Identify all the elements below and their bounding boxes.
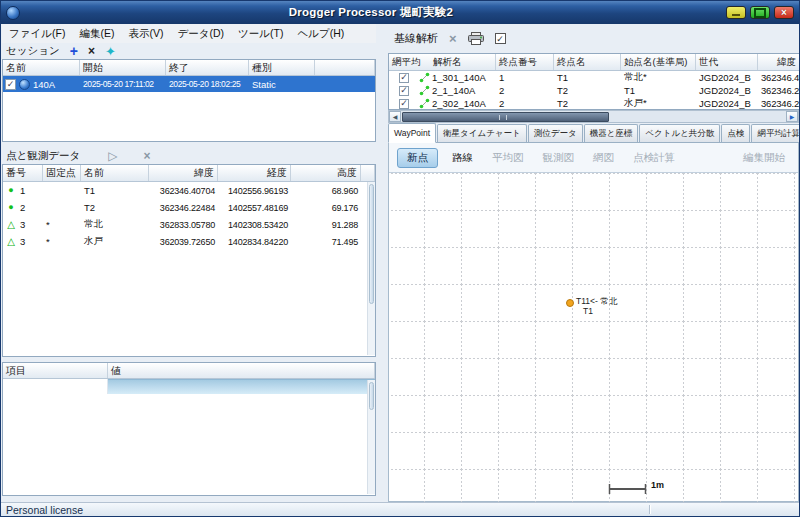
baseline-table: 網平均 解析名 終点番号 終点名 始点名(基準局) 世代 緯度 ✓ 1_301_… — [388, 53, 799, 110]
panel-splitter[interactable] — [376, 24, 388, 501]
tab-waypoint[interactable]: WayPoint — [388, 123, 436, 143]
point-marker-circle: ● — [5, 203, 17, 212]
scroll-right-icon[interactable]: ▶ — [786, 111, 798, 122]
tab-positioning-data[interactable]: 測位データ — [528, 124, 583, 142]
route-button[interactable]: 路線 — [447, 149, 478, 167]
tab-net-average-calc[interactable]: 網平均計算 — [751, 124, 800, 142]
col-session-start[interactable]: 開始 — [80, 60, 166, 75]
close-button[interactable]: × — [774, 6, 794, 19]
maximize-button[interactable] — [750, 6, 770, 19]
col-analysis-name[interactable]: 解析名 — [419, 54, 496, 70]
add-session-icon[interactable]: + — [70, 44, 78, 58]
start-name: 常北* — [621, 71, 696, 84]
properties-scrollbar[interactable] — [367, 380, 375, 494]
menu-file[interactable]: ファイル(F) — [2, 27, 72, 41]
waypoint-name: T1 — [583, 307, 593, 316]
menu-edit[interactable]: 編集(E) — [72, 27, 121, 41]
point-row[interactable]: ●1 T1 362346.40704 1402556.96193 68.960 — [3, 182, 375, 199]
baseline-row[interactable]: ✓ 1_301_140A 1 T1 常北* JGD2024_B 362346.4… — [389, 71, 799, 84]
col-point-name[interactable]: 名前 — [81, 165, 149, 181]
col-start-name[interactable]: 始点名(基準局) — [621, 54, 696, 70]
point-lat: 362346.22484 — [149, 203, 218, 213]
session-table: 名前 開始 終了 種別 ✓ 140A 2025-05-20 17:11:02 2… — [2, 59, 376, 142]
tab-vector-covariance[interactable]: ベクトルと共分散 — [639, 124, 720, 142]
baseline-checkbox[interactable]: ✓ — [399, 86, 409, 96]
col-point-no[interactable]: 番号 — [3, 165, 43, 181]
delete-session-icon[interactable]: × — [88, 45, 95, 57]
start-name: T1 — [621, 85, 696, 96]
baseline-row[interactable]: ✓ 2_1_140A 2 T2 T1 JGD2024_B 362346.224 — [389, 84, 799, 97]
col-point-lat[interactable]: 緯度 — [149, 165, 218, 181]
col-session-end[interactable]: 終了 — [166, 60, 249, 75]
scrollbar-thumb[interactable] — [402, 112, 609, 122]
col-end-no[interactable]: 終点番号 — [496, 54, 554, 70]
end-name: T2 — [554, 85, 621, 96]
scrollbar-thumb[interactable] — [369, 184, 374, 304]
edit-start-button: 編集開始 — [738, 149, 790, 167]
point-row[interactable]: △3 * 水戸 362039.72650 1402834.84220 71.49… — [3, 233, 375, 250]
title-bar: Drogger Processor 堀町実験2 × — [1, 1, 799, 24]
point-lon: 1402556.96193 — [218, 186, 291, 196]
delete-baseline-icon[interactable]: × — [449, 31, 457, 46]
import-session-icon[interactable]: ✦ — [105, 45, 116, 58]
delete-point-icon[interactable]: × — [143, 150, 150, 162]
tab-inspection[interactable]: 点検 — [721, 124, 750, 142]
point-lat: 362346.40704 — [149, 186, 218, 196]
point-marker-circle: ● — [5, 186, 17, 195]
end-no: 1 — [496, 72, 554, 83]
baseline-row[interactable]: ✓ 2_302_140A 2 T2 水戸* JGD2024_B 362346.2… — [389, 97, 799, 110]
waypoint-marker[interactable] — [567, 300, 574, 307]
point-marker-triangle: △ — [5, 220, 17, 230]
analysis-name: 2_1_140A — [432, 85, 475, 96]
session-toolbar: セッション + × ✦ — [2, 43, 386, 59]
point-alt: 69.176 — [291, 203, 361, 213]
session-label: セッション — [6, 44, 60, 58]
menu-data[interactable]: データ(D) — [170, 27, 231, 41]
session-checkbox[interactable]: ✓ — [5, 79, 16, 90]
points-table: 番号 固定点 名前 緯度 経度 高度 ●1 T1 362346.40704 14… — [2, 164, 376, 357]
session-row[interactable]: ✓ 140A 2025-05-20 17:11:02 2025-05-20 18… — [3, 76, 375, 92]
scrollbar-thumb[interactable] — [369, 382, 374, 410]
new-point-button[interactable]: 新点 — [397, 148, 438, 168]
point-no: 1 — [20, 185, 25, 196]
point-no: 2 — [20, 202, 25, 213]
menu-view[interactable]: 表示(V) — [121, 27, 170, 41]
scroll-left-icon[interactable]: ◀ — [389, 111, 401, 122]
col-point-lon[interactable]: 経度 — [218, 165, 291, 181]
point-lon: 1402308.53420 — [218, 220, 291, 230]
col-point-fixed[interactable]: 固定点 — [43, 165, 81, 181]
point-row[interactable]: △3 * 常北 362833.05780 1402308.53420 91.28… — [3, 216, 375, 233]
property-row[interactable] — [3, 379, 375, 394]
col-prop-item[interactable]: 項目 — [3, 363, 108, 378]
col-latitude[interactable]: 緯度 — [758, 54, 799, 70]
col-generation[interactable]: 世代 — [696, 54, 758, 70]
property-value-cell[interactable] — [108, 379, 375, 394]
points-label: 点と観測データ — [6, 149, 80, 163]
print-icon[interactable] — [468, 32, 484, 45]
point-lon: 1402557.48169 — [218, 203, 291, 213]
tab-device-coordinates[interactable]: 機器と座標 — [584, 124, 639, 142]
end-name: T1 — [554, 72, 621, 83]
col-point-alt[interactable]: 高度 — [291, 165, 361, 181]
properties-table-header: 項目 値 — [3, 363, 375, 379]
select-all-checkbox-icon[interactable]: ✓ — [495, 33, 506, 44]
menu-tools[interactable]: ツール(T) — [231, 27, 290, 41]
baseline-checkbox[interactable]: ✓ — [399, 99, 409, 109]
baseline-hscrollbar[interactable]: ◀ ▶ — [388, 110, 799, 123]
col-session-type[interactable]: 種別 — [249, 60, 315, 75]
baseline-checkbox[interactable]: ✓ — [399, 73, 409, 83]
col-prop-value[interactable]: 値 — [108, 363, 375, 378]
col-net-average[interactable]: 網平均 — [389, 54, 419, 70]
point-row[interactable]: ●2 T2 362346.22484 1402557.48169 69.176 — [3, 199, 375, 216]
col-session-name[interactable]: 名前 — [3, 60, 80, 75]
menu-help[interactable]: ヘルプ(H) — [290, 27, 351, 41]
inspection-calc-button: 点検計算 — [628, 149, 680, 167]
latitude: 362346.224 — [758, 85, 799, 96]
generation: JGD2024_B — [696, 98, 758, 109]
tab-satellite-timechart[interactable]: 衛星タイムチャート — [437, 124, 527, 142]
map-canvas[interactable]: T11<- 常北 T1 1m — [389, 172, 798, 501]
process-play-icon[interactable]: ▷ — [108, 150, 117, 162]
col-end-name[interactable]: 終点名 — [554, 54, 621, 70]
points-scrollbar[interactable] — [367, 182, 375, 355]
minimize-button[interactable] — [726, 6, 746, 19]
